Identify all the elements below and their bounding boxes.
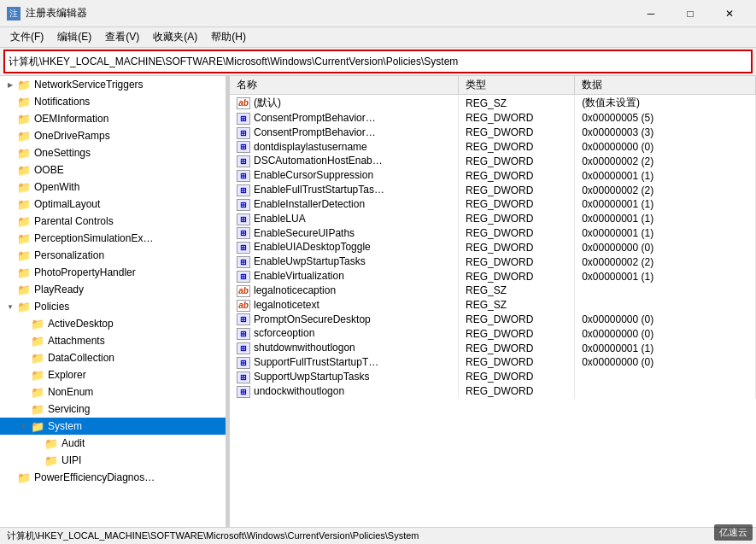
tree-item-playready[interactable]: 📁PlayReady (0, 281, 226, 298)
value-name-cell: ablegalnoticecaption (230, 284, 459, 298)
table-row[interactable]: ⊞EnableUIADesktopToggleREG_DWORD0x000000… (230, 240, 756, 254)
tree-item-nonenum[interactable]: 📁NonEnum (0, 383, 226, 401)
menu-help[interactable]: 帮助(H) (204, 28, 253, 46)
expand-arrow-perception[interactable] (3, 231, 17, 245)
table-row[interactable]: ⊞EnableVirtualizationREG_DWORD0x00000001… (230, 269, 756, 284)
tree-item-servicing[interactable]: 📁Servicing (0, 401, 226, 418)
tree-label-onedrive: OneDriveRamps (34, 130, 110, 142)
table-row[interactable]: ⊞EnableLUAREG_DWORD0x00000001 (1) (230, 212, 756, 226)
tree-item-personalization[interactable]: 📁Personalization (0, 247, 226, 264)
close-button[interactable]: ✕ (710, 0, 749, 27)
tree-item-openwith[interactable]: 📁OpenWith (0, 178, 226, 196)
expand-arrow-openwith[interactable] (3, 180, 17, 194)
value-type: REG_DWORD (459, 197, 575, 212)
tree-item-system[interactable]: ▼📁System (0, 418, 226, 435)
value-name-cell: ⊞PromptOnSecureDesktop (230, 313, 459, 327)
expand-arrow-powerefficiency[interactable] (3, 471, 17, 484)
expand-arrow-activedesktop[interactable] (17, 317, 31, 330)
menu-favorites[interactable]: 收藏夹(A) (146, 28, 204, 46)
expand-arrow-notifications[interactable] (3, 95, 17, 108)
value-type: REG_DWORD (459, 269, 575, 284)
tree-item-uipi[interactable]: 📁UIPI (0, 452, 226, 469)
tree-item-oobe[interactable]: 📁OOBE (0, 161, 226, 178)
reg-dword-icon: ⊞ (237, 342, 250, 354)
title-text: 注册表编辑器 (26, 6, 631, 20)
table-row[interactable]: ⊞EnableSecureUIPathsREG_DWORD0x00000001 … (230, 226, 756, 241)
expand-arrow-policies[interactable]: ▼ (3, 300, 17, 313)
table-row[interactable]: ablegalnoticetextREG_SZ (230, 298, 756, 313)
table-row[interactable]: ⊞scforceoptionREG_DWORD0x00000000 (0) (230, 326, 756, 341)
tree-item-policies[interactable]: ▼📁Policies (0, 298, 226, 315)
table-row[interactable]: ablegalnoticecaptionREG_SZ (230, 284, 756, 298)
reg-dword-icon: ⊞ (237, 357, 250, 369)
address-bar[interactable] (3, 50, 753, 73)
tree-item-network[interactable]: ▶📁NetworkServiceTriggers (0, 76, 226, 93)
menu-file[interactable]: 文件(F) (3, 28, 50, 46)
tree-label-activedesktop: ActiveDesktop (48, 318, 114, 330)
menu-edit[interactable]: 编辑(E) (50, 28, 98, 46)
table-row[interactable]: ⊞SupportUwpStartupTasksREG_DWORD (230, 370, 756, 384)
expand-arrow-oobe[interactable] (3, 163, 17, 177)
expand-arrow-uipi[interactable] (31, 453, 44, 467)
values-panel[interactable]: 名称 类型 数据 ab(默认)REG_SZ(数值未设置)⊞ConsentProm… (230, 76, 756, 527)
table-row[interactable]: ⊞EnableInstallerDetectionREG_DWORD0x0000… (230, 197, 756, 212)
expand-arrow-attachments[interactable] (17, 334, 31, 348)
tree-label-optimallayout: OptimalLayout (34, 198, 100, 210)
reg-dword-icon: ⊞ (237, 371, 250, 383)
expand-arrow-network[interactable]: ▶ (3, 78, 17, 91)
expand-arrow-explorer[interactable] (17, 368, 31, 382)
expand-arrow-datacollection[interactable] (17, 351, 31, 365)
tree-label-oem: OEMInformation (34, 113, 108, 125)
expand-arrow-audit[interactable] (31, 436, 44, 450)
reg-dword-icon: ⊞ (237, 328, 250, 340)
tree-item-notifications[interactable]: 📁Notifications (0, 93, 226, 110)
table-row[interactable]: ab(默认)REG_SZ(数值未设置) (230, 95, 756, 112)
table-row[interactable]: ⊞EnableUwpStartupTasksREG_DWORD0x0000000… (230, 254, 756, 269)
expand-arrow-parental[interactable] (3, 214, 17, 228)
tree-item-attachments[interactable]: 📁Attachments (0, 332, 226, 349)
table-row[interactable]: ⊞SupportFullTrustStartupT…REG_DWORD0x000… (230, 355, 756, 370)
expand-arrow-onedrive[interactable] (3, 129, 17, 143)
col-name: 名称 (230, 76, 459, 95)
expand-arrow-optimallayout[interactable] (3, 197, 17, 211)
table-row[interactable]: ⊞shutdownwithoutlogonREG_DWORD0x00000001… (230, 341, 756, 355)
tree-item-onesettings[interactable]: 📁OneSettings (0, 144, 226, 161)
expand-arrow-photoproperty[interactable] (3, 266, 17, 279)
tree-item-activedesktop[interactable]: 📁ActiveDesktop (0, 315, 226, 332)
tree-item-datacollection[interactable]: 📁DataCollection (0, 349, 226, 366)
expand-arrow-nonenum[interactable] (17, 385, 31, 399)
table-row[interactable]: ⊞PromptOnSecureDesktopREG_DWORD0x0000000… (230, 313, 756, 327)
table-row[interactable]: ⊞dontdisplaylastusernameREG_DWORD0x00000… (230, 140, 756, 155)
table-row[interactable]: ⊞EnableFullTrustStartupTas…REG_DWORD0x00… (230, 183, 756, 197)
tree-item-explorer[interactable]: 📁Explorer (0, 366, 226, 383)
expand-arrow-oem[interactable] (3, 112, 17, 126)
value-type: REG_DWORD (459, 154, 575, 168)
reg-dword-icon: ⊞ (237, 271, 250, 283)
table-row[interactable]: ⊞EnableCursorSuppressionREG_DWORD0x00000… (230, 168, 756, 183)
expand-arrow-playready[interactable] (3, 283, 17, 296)
table-row[interactable]: ⊞undockwithoutlogonREG_DWORD (230, 384, 756, 399)
folder-icon-system: 📁 (31, 420, 44, 432)
expand-arrow-personalization[interactable] (3, 249, 17, 262)
tree-item-audit[interactable]: 📁Audit (0, 435, 226, 452)
address-input[interactable] (9, 56, 747, 67)
table-row[interactable]: ⊞DSCAutomationHostEnab…REG_DWORD0x000000… (230, 154, 756, 168)
maximize-button[interactable]: □ (671, 0, 710, 27)
tree-item-onedrive[interactable]: 📁OneDriveRamps (0, 127, 226, 144)
value-type: REG_DWORD (459, 341, 575, 355)
tree-item-parental[interactable]: 📁Parental Controls (0, 213, 226, 230)
tree-item-powerefficiency[interactable]: 📁PowerEfficiencyDiagnos… (0, 469, 226, 486)
tree-item-photoproperty[interactable]: 📁PhotoPropertyHandler (0, 264, 226, 281)
table-row[interactable]: ⊞ConsentPromptBehavior…REG_DWORD0x000000… (230, 126, 756, 140)
expand-arrow-onesettings[interactable] (3, 146, 17, 160)
tree-item-optimallayout[interactable]: 📁OptimalLayout (0, 196, 226, 213)
expand-arrow-system[interactable]: ▼ (17, 419, 31, 433)
minimize-button[interactable]: ─ (631, 0, 671, 27)
tree-item-oem[interactable]: 📁OEMInformation (0, 110, 226, 127)
expand-arrow-servicing[interactable] (17, 402, 31, 416)
tree-label-system: System (48, 420, 82, 432)
tree-item-perception[interactable]: 📁PerceptionSimulationEx… (0, 230, 226, 247)
table-row[interactable]: ⊞ConsentPromptBehavior…REG_DWORD0x000000… (230, 111, 756, 126)
tree-panel[interactable]: ▶📁NetworkServiceTriggers📁Notifications📁O… (0, 76, 226, 527)
menu-view[interactable]: 查看(V) (98, 28, 146, 46)
